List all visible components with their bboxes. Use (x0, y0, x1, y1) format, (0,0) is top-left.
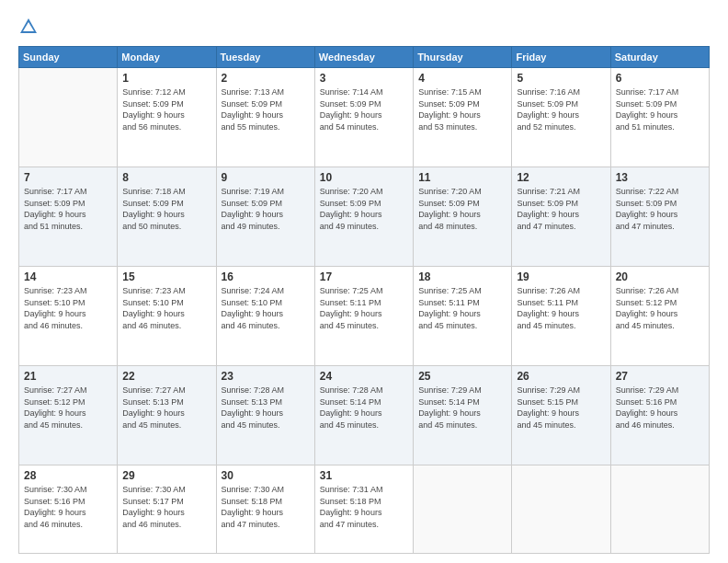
day-info: Sunrise: 7:24 AM Sunset: 5:10 PM Dayligh… (222, 285, 310, 331)
day-info: Sunrise: 7:29 AM Sunset: 5:16 PM Dayligh… (616, 385, 704, 431)
day-info: Sunrise: 7:27 AM Sunset: 5:13 PM Dayligh… (122, 385, 210, 431)
calendar-table: SundayMondayTuesdayWednesdayThursdayFrid… (18, 46, 710, 554)
page: SundayMondayTuesdayWednesdayThursdayFrid… (0, 0, 728, 563)
header (18, 17, 710, 37)
weekday-header: Friday (512, 47, 610, 68)
day-number: 5 (517, 72, 605, 85)
calendar-cell: 12Sunrise: 7:21 AM Sunset: 5:09 PM Dayli… (512, 167, 610, 267)
day-info: Sunrise: 7:16 AM Sunset: 5:09 PM Dayligh… (517, 86, 605, 132)
calendar-cell (512, 465, 610, 554)
calendar-cell (19, 68, 118, 167)
weekday-header: Saturday (610, 47, 709, 68)
day-number: 8 (122, 171, 210, 184)
calendar-cell: 8Sunrise: 7:18 AM Sunset: 5:09 PM Daylig… (118, 167, 216, 267)
day-number: 2 (222, 72, 310, 85)
day-info: Sunrise: 7:29 AM Sunset: 5:15 PM Dayligh… (517, 385, 605, 431)
day-number: 9 (222, 171, 310, 184)
day-number: 16 (222, 270, 310, 283)
day-info: Sunrise: 7:25 AM Sunset: 5:11 PM Dayligh… (320, 285, 408, 331)
day-number: 15 (122, 270, 210, 283)
calendar-cell: 14Sunrise: 7:23 AM Sunset: 5:10 PM Dayli… (19, 267, 118, 366)
calendar-cell: 30Sunrise: 7:30 AM Sunset: 5:18 PM Dayli… (216, 465, 314, 554)
calendar-cell: 26Sunrise: 7:29 AM Sunset: 5:15 PM Dayli… (512, 366, 610, 465)
day-info: Sunrise: 7:21 AM Sunset: 5:09 PM Dayligh… (517, 186, 605, 232)
calendar-cell: 7Sunrise: 7:17 AM Sunset: 5:09 PM Daylig… (19, 167, 118, 267)
day-info: Sunrise: 7:28 AM Sunset: 5:13 PM Dayligh… (222, 385, 310, 431)
calendar-cell: 25Sunrise: 7:29 AM Sunset: 5:14 PM Dayli… (414, 366, 512, 465)
day-number: 31 (320, 469, 408, 482)
day-number: 6 (616, 72, 704, 85)
day-info: Sunrise: 7:12 AM Sunset: 5:09 PM Dayligh… (122, 86, 210, 132)
day-number: 28 (24, 469, 112, 482)
calendar-cell: 13Sunrise: 7:22 AM Sunset: 5:09 PM Dayli… (610, 167, 709, 267)
calendar-cell: 21Sunrise: 7:27 AM Sunset: 5:12 PM Dayli… (19, 366, 118, 465)
weekday-header: Monday (118, 47, 216, 68)
logo-text (18, 17, 45, 37)
day-number: 14 (24, 270, 112, 283)
calendar-cell: 1Sunrise: 7:12 AM Sunset: 5:09 PM Daylig… (118, 68, 216, 167)
day-info: Sunrise: 7:30 AM Sunset: 5:18 PM Dayligh… (222, 484, 310, 530)
day-info: Sunrise: 7:22 AM Sunset: 5:09 PM Dayligh… (616, 186, 704, 232)
day-info: Sunrise: 7:28 AM Sunset: 5:14 PM Dayligh… (320, 385, 408, 431)
day-number: 29 (122, 469, 210, 482)
day-number: 12 (517, 171, 605, 184)
day-info: Sunrise: 7:20 AM Sunset: 5:09 PM Dayligh… (320, 186, 408, 232)
day-info: Sunrise: 7:29 AM Sunset: 5:14 PM Dayligh… (418, 385, 506, 431)
calendar-cell: 6Sunrise: 7:17 AM Sunset: 5:09 PM Daylig… (610, 68, 709, 167)
day-number: 30 (222, 469, 310, 482)
day-number: 4 (418, 72, 506, 85)
calendar-cell: 31Sunrise: 7:31 AM Sunset: 5:18 PM Dayli… (314, 465, 413, 554)
day-info: Sunrise: 7:26 AM Sunset: 5:11 PM Dayligh… (517, 285, 605, 331)
day-number: 1 (122, 72, 210, 85)
day-info: Sunrise: 7:20 AM Sunset: 5:09 PM Dayligh… (418, 186, 506, 232)
calendar-cell: 24Sunrise: 7:28 AM Sunset: 5:14 PM Dayli… (314, 366, 413, 465)
day-number: 20 (616, 270, 704, 283)
day-info: Sunrise: 7:25 AM Sunset: 5:11 PM Dayligh… (418, 285, 506, 331)
weekday-header: Sunday (19, 47, 118, 68)
logo-icon (18, 17, 39, 37)
day-number: 13 (616, 171, 704, 184)
day-number: 11 (418, 171, 506, 184)
calendar-cell: 23Sunrise: 7:28 AM Sunset: 5:13 PM Dayli… (216, 366, 314, 465)
day-info: Sunrise: 7:15 AM Sunset: 5:09 PM Dayligh… (418, 86, 506, 132)
day-info: Sunrise: 7:26 AM Sunset: 5:12 PM Dayligh… (616, 285, 704, 331)
calendar-cell: 5Sunrise: 7:16 AM Sunset: 5:09 PM Daylig… (512, 68, 610, 167)
day-number: 27 (616, 370, 704, 383)
day-number: 10 (320, 171, 408, 184)
day-number: 17 (320, 270, 408, 283)
day-number: 3 (320, 72, 408, 85)
calendar-cell: 4Sunrise: 7:15 AM Sunset: 5:09 PM Daylig… (414, 68, 512, 167)
calendar-cell (610, 465, 709, 554)
calendar-cell: 10Sunrise: 7:20 AM Sunset: 5:09 PM Dayli… (314, 167, 413, 267)
weekday-header: Thursday (414, 47, 512, 68)
calendar-cell: 3Sunrise: 7:14 AM Sunset: 5:09 PM Daylig… (314, 68, 413, 167)
calendar-cell: 29Sunrise: 7:30 AM Sunset: 5:17 PM Dayli… (118, 465, 216, 554)
calendar-cell: 11Sunrise: 7:20 AM Sunset: 5:09 PM Dayli… (414, 167, 512, 267)
day-info: Sunrise: 7:14 AM Sunset: 5:09 PM Dayligh… (320, 86, 408, 132)
day-info: Sunrise: 7:30 AM Sunset: 5:17 PM Dayligh… (122, 484, 210, 530)
day-info: Sunrise: 7:30 AM Sunset: 5:16 PM Dayligh… (24, 484, 112, 530)
calendar-cell: 16Sunrise: 7:24 AM Sunset: 5:10 PM Dayli… (216, 267, 314, 366)
day-info: Sunrise: 7:17 AM Sunset: 5:09 PM Dayligh… (24, 186, 112, 232)
calendar-cell: 28Sunrise: 7:30 AM Sunset: 5:16 PM Dayli… (19, 465, 118, 554)
day-number: 22 (122, 370, 210, 383)
day-info: Sunrise: 7:13 AM Sunset: 5:09 PM Dayligh… (222, 86, 310, 132)
calendar-cell: 20Sunrise: 7:26 AM Sunset: 5:12 PM Dayli… (610, 267, 709, 366)
calendar-cell: 18Sunrise: 7:25 AM Sunset: 5:11 PM Dayli… (414, 267, 512, 366)
day-info: Sunrise: 7:17 AM Sunset: 5:09 PM Dayligh… (616, 86, 704, 132)
day-number: 24 (320, 370, 408, 383)
day-number: 23 (222, 370, 310, 383)
day-number: 7 (24, 171, 112, 184)
day-info: Sunrise: 7:31 AM Sunset: 5:18 PM Dayligh… (320, 484, 408, 530)
logo (18, 17, 45, 37)
calendar-cell: 17Sunrise: 7:25 AM Sunset: 5:11 PM Dayli… (314, 267, 413, 366)
calendar-cell: 9Sunrise: 7:19 AM Sunset: 5:09 PM Daylig… (216, 167, 314, 267)
weekday-header: Tuesday (216, 47, 314, 68)
calendar-cell (414, 465, 512, 554)
weekday-header: Wednesday (314, 47, 413, 68)
day-number: 21 (24, 370, 112, 383)
day-number: 25 (418, 370, 506, 383)
day-info: Sunrise: 7:19 AM Sunset: 5:09 PM Dayligh… (222, 186, 310, 232)
calendar-cell: 19Sunrise: 7:26 AM Sunset: 5:11 PM Dayli… (512, 267, 610, 366)
day-number: 26 (517, 370, 605, 383)
